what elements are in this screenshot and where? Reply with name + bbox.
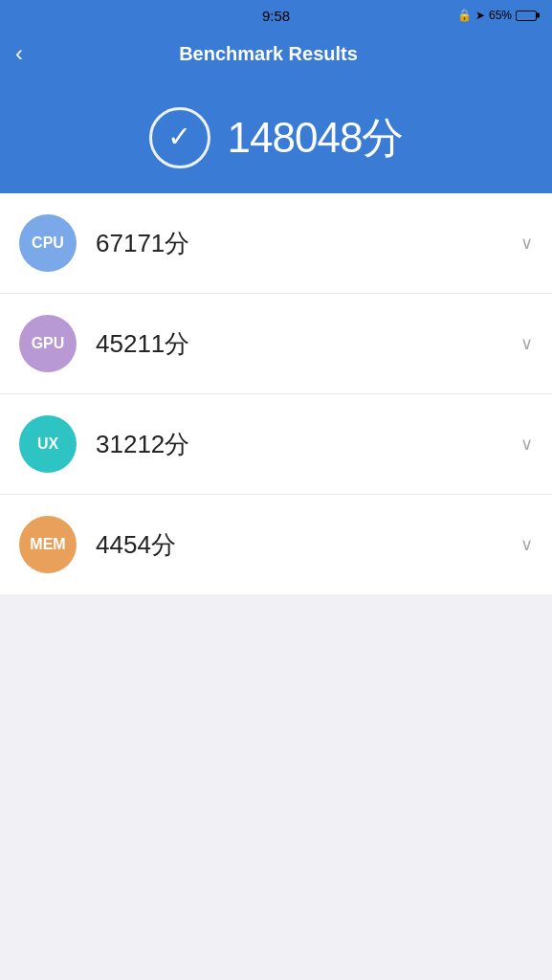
bench-row-cpu[interactable]: CPU 67171分 ∨ bbox=[0, 193, 552, 294]
mem-chevron: ∨ bbox=[520, 534, 533, 555]
cpu-chevron: ∨ bbox=[520, 233, 533, 254]
lock-icon: 🔒 bbox=[457, 9, 472, 22]
total-score-display: 148048分 bbox=[228, 110, 404, 167]
bottom-area bbox=[0, 594, 552, 786]
back-button[interactable]: ‹ bbox=[15, 42, 23, 65]
ux-icon: UX bbox=[19, 415, 77, 473]
bench-row-gpu[interactable]: GPU 45211分 ∨ bbox=[0, 294, 552, 394]
cpu-score: 67171分 bbox=[96, 227, 520, 260]
battery-icon bbox=[516, 11, 537, 21]
bench-row-mem[interactable]: MEM 4454分 ∨ bbox=[0, 495, 552, 594]
bench-row-ux[interactable]: UX 31212分 ∨ bbox=[0, 394, 552, 495]
checkmark-icon: ✓ bbox=[167, 122, 191, 151]
status-time: 9:58 bbox=[189, 8, 364, 24]
ux-score: 31212分 bbox=[96, 428, 520, 461]
battery-percent: 65% bbox=[489, 9, 512, 22]
benchmark-list: CPU 67171分 ∨ GPU 45211分 ∨ UX 31212分 ∨ ME… bbox=[0, 193, 552, 594]
mem-score: 4454分 bbox=[96, 528, 520, 562]
gpu-score: 45211分 bbox=[96, 327, 520, 361]
cpu-icon: CPU bbox=[19, 214, 77, 272]
check-circle: ✓ bbox=[149, 107, 210, 168]
gpu-icon: GPU bbox=[19, 315, 77, 372]
total-score-value: 148048分 bbox=[228, 114, 404, 161]
status-right: 🔒 ➤ 65% bbox=[363, 9, 537, 22]
header: ‹ Benchmark Results bbox=[0, 31, 552, 80]
gpu-chevron: ∨ bbox=[520, 333, 533, 354]
mem-icon: MEM bbox=[19, 516, 77, 573]
location-icon: ➤ bbox=[475, 9, 485, 22]
score-banner: ✓ 148048分 bbox=[0, 80, 552, 203]
page-title: Benchmark Results bbox=[31, 43, 506, 65]
status-bar: 9:58 🔒 ➤ 65% bbox=[0, 0, 552, 31]
ux-chevron: ∨ bbox=[520, 434, 533, 455]
